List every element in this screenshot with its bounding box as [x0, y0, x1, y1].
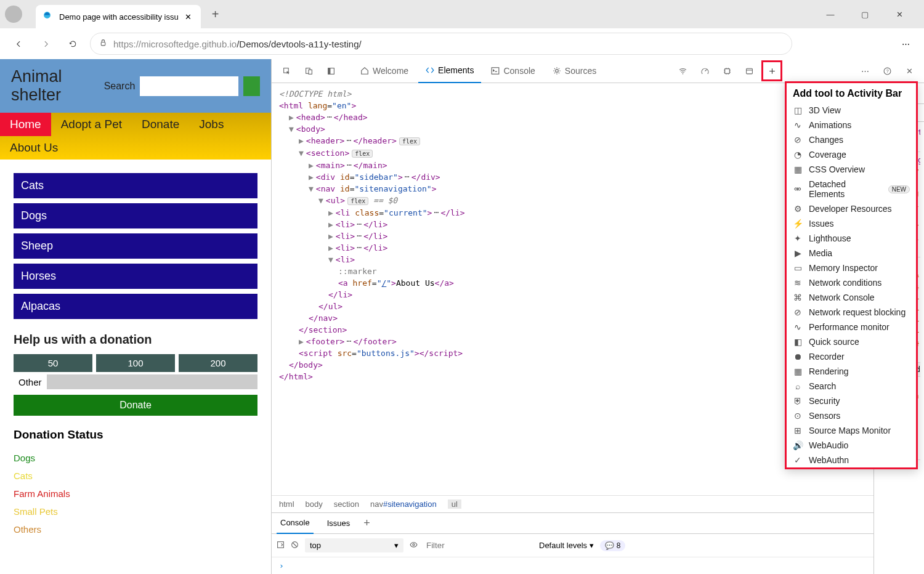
site-nav: HomeAdopt a PetDonateJobsAbout Us [0, 113, 271, 160]
more-tools-icon[interactable]: ⋯ [855, 61, 875, 81]
favicon-icon [43, 11, 54, 22]
dropdown-item[interactable]: ◫3D View [787, 103, 916, 118]
sidebar-item[interactable]: Cats [14, 173, 257, 198]
close-devtools-icon[interactable]: ✕ [899, 61, 919, 81]
dropdown-item-label: Changes [809, 135, 843, 145]
sidebar-item[interactable]: Alpacas [14, 294, 257, 319]
tab-sources[interactable]: Sources [545, 59, 604, 83]
drawer-add-tab[interactable]: + [363, 517, 370, 530]
webauthn-icon: ✓ [793, 455, 803, 465]
dock-icon[interactable] [321, 61, 341, 81]
status-title: Donation Status [0, 428, 271, 442]
nav-item[interactable]: Adopt a Pet [51, 113, 132, 136]
tab-elements[interactable]: Elements [418, 59, 481, 83]
back-button[interactable] [9, 34, 28, 54]
breadcrumb-item[interactable]: section [334, 499, 359, 509]
dropdown-item[interactable]: ⊘Network request blocking [787, 305, 916, 320]
inspect-icon[interactable] [277, 61, 296, 81]
dropdown-item[interactable]: ▦Rendering [787, 364, 916, 379]
drawer-tab-issues[interactable]: Issues [323, 513, 354, 534]
application-icon[interactable] [739, 61, 759, 81]
network-conditions-icon[interactable] [673, 61, 692, 81]
amount-button[interactable]: 100 [96, 354, 175, 372]
donation-section: Help us with a donation 50100200 Other D… [0, 333, 271, 428]
help-icon[interactable]: ? [877, 61, 897, 81]
dropdown-item[interactable]: ⊙Sensors [787, 408, 916, 423]
dropdown-item[interactable]: ⚮Detached ElementsNEW [787, 177, 916, 201]
dropdown-item[interactable]: ▭Memory Inspector [787, 261, 916, 275]
log-levels-selector[interactable]: Default levels ▾ [539, 541, 594, 550]
svg-rect-6 [328, 68, 330, 74]
dropdown-item[interactable]: 🔊WebAudio [787, 438, 916, 453]
issues-badge[interactable]: 💬8 [600, 540, 626, 551]
amount-button[interactable]: 200 [179, 354, 257, 372]
amount-button[interactable]: 50 [14, 354, 92, 372]
quick-icon: ◧ [793, 337, 803, 347]
dropdown-item[interactable]: ∿Performance monitor [787, 320, 916, 334]
breadcrumb-item[interactable]: html [279, 499, 294, 509]
close-window-button[interactable]: ✕ [890, 4, 909, 24]
url-bar[interactable]: https://microsoftedge.github.io/Demos/de… [90, 33, 792, 55]
dropdown-item[interactable]: ⚡Issues [787, 216, 916, 231]
other-amount-input[interactable] [47, 374, 257, 389]
svg-rect-7 [492, 68, 500, 75]
console-filter-input[interactable] [424, 538, 533, 552]
sensors-icon: ⊙ [793, 411, 803, 421]
dom-tree[interactable]: <!DOCTYPE html> <html lang="en"> ▶<head>… [272, 83, 873, 495]
performance-icon[interactable] [695, 61, 715, 81]
dom-breadcrumb[interactable]: html body section nav#sitenavigation ul [272, 495, 873, 512]
nav-item[interactable]: Home [0, 113, 51, 136]
dropdown-item[interactable]: ▶Media [787, 246, 916, 261]
dropdown-item[interactable]: ⛨Security [787, 394, 916, 408]
nav-item[interactable]: Jobs [189, 113, 233, 136]
dropdown-item[interactable]: ✦Lighthouse [787, 231, 916, 246]
nav-item[interactable]: About Us [0, 136, 68, 160]
dropdown-item[interactable]: ⊞Source Maps Monitor [787, 423, 916, 438]
reload-button[interactable] [63, 34, 83, 54]
sidebar-item[interactable]: Sheep [14, 233, 257, 259]
console-prompt[interactable]: › [272, 557, 873, 574]
drawer-tab-console[interactable]: Console [277, 513, 314, 534]
dropdown-item[interactable]: ⌘Network Console [787, 290, 916, 305]
new-tab-button[interactable]: + [206, 4, 225, 24]
browser-tab[interactable]: Demo page with accessibility issu ✕ [36, 5, 201, 28]
context-selector[interactable]: top▾ [305, 538, 403, 552]
sidebar-item[interactable]: Dogs [14, 203, 257, 228]
breadcrumb-item[interactable]: nav#sitenavigation [370, 499, 437, 509]
maximize-button[interactable]: ▢ [855, 4, 875, 24]
dropdown-item[interactable]: ⌕Search [787, 379, 916, 394]
dropdown-item[interactable]: ◔Coverage [787, 147, 916, 162]
donate-button[interactable]: Donate [14, 395, 257, 416]
sidebar-item[interactable]: Horses [14, 264, 257, 289]
memory-icon: ▭ [793, 263, 803, 273]
tab-console[interactable]: Console [484, 59, 542, 83]
breadcrumb-item[interactable]: ul [448, 499, 461, 509]
minimize-button[interactable]: — [821, 4, 840, 24]
search-input[interactable] [140, 76, 238, 96]
dropdown-item[interactable]: ⚙Developer Resources [787, 201, 916, 216]
dropdown-title: Add tool to Activity Bar [787, 83, 916, 103]
profile-icon[interactable] [5, 6, 22, 23]
dropdown-item-label: Network conditions [809, 278, 881, 288]
tab-welcome[interactable]: Welcome [353, 59, 416, 83]
add-tool-button[interactable] [761, 60, 782, 81]
browser-menu-button[interactable]: ⋯ [896, 34, 915, 54]
dropdown-item-label: Detached Elements [809, 179, 880, 199]
dropdown-item[interactable]: ▦CSS Overview [787, 162, 916, 177]
dropdown-item[interactable]: ≋Network conditions [787, 275, 916, 290]
dropdown-item[interactable]: ◧Quick source [787, 334, 916, 349]
close-icon[interactable]: ✕ [184, 12, 193, 22]
dropdown-item[interactable]: ⊘Changes [787, 132, 916, 147]
nav-item[interactable]: Donate [132, 113, 189, 136]
forward-button[interactable] [36, 34, 55, 54]
dropdown-item[interactable]: ⏺Recorder [787, 349, 916, 364]
dropdown-item[interactable]: ∿Animations [787, 118, 916, 132]
live-expression-icon[interactable] [410, 541, 418, 551]
memory-icon[interactable] [717, 61, 737, 81]
clear-console-icon[interactable] [291, 541, 299, 551]
dropdown-item[interactable]: ✓WebAuthn [787, 453, 916, 467]
search-go-button[interactable] [243, 76, 260, 96]
sidebar-toggle-icon[interactable] [277, 541, 285, 551]
breadcrumb-item[interactable]: body [306, 499, 323, 509]
device-toggle-icon[interactable] [299, 61, 318, 81]
